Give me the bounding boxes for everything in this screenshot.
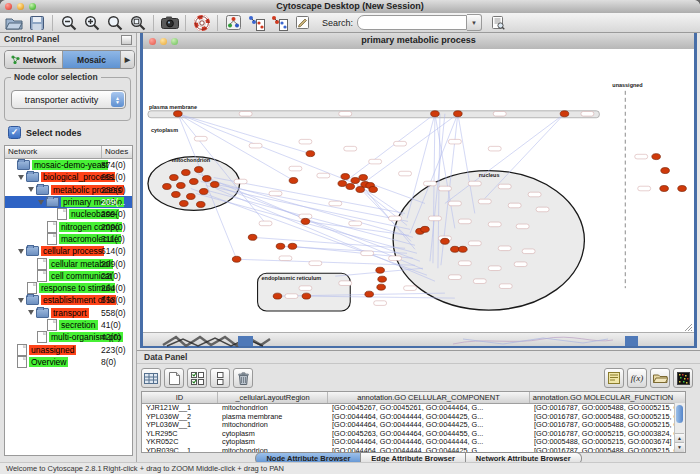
network-node[interactable]: [678, 186, 687, 192]
disclosure-triangle-icon[interactable]: [18, 175, 24, 180]
search-input[interactable]: [357, 15, 467, 30]
table-row[interactable]: YPL036W__2plasma membrane[GO:0044464, GO…: [142, 413, 685, 422]
network-node[interactable]: [421, 226, 430, 232]
tree-row[interactable]: biological_process651(0): [5, 171, 132, 183]
disclosure-triangle-icon[interactable]: [18, 249, 24, 254]
network-node[interactable]: [369, 187, 378, 193]
zoom-selected-icon[interactable]: [104, 14, 125, 32]
disclosure-triangle-icon[interactable]: [28, 187, 34, 192]
tree-row[interactable]: establishment of lo558(0): [5, 294, 132, 306]
network-node[interactable]: [660, 186, 669, 192]
tree-row[interactable]: unassigned223(0): [5, 343, 132, 355]
tree-row[interactable]: nucleobase-209(0): [5, 208, 132, 220]
network-node[interactable]: [202, 176, 211, 182]
matrix-view-icon[interactable]: [673, 368, 693, 388]
tab-mosaic[interactable]: Mosaic: [63, 51, 120, 68]
network-node[interactable]: [376, 267, 385, 273]
attribute-form-icon[interactable]: [604, 368, 624, 388]
network-node[interactable]: [273, 293, 282, 299]
table-cell[interactable]: cytoplasm: [218, 430, 328, 439]
network-node[interactable]: [378, 276, 387, 282]
save-session-icon[interactable]: [26, 14, 47, 32]
network-node[interactable]: [560, 111, 569, 117]
open-session-icon[interactable]: [3, 14, 24, 32]
table-row[interactable]: YPL036W__1mitochondrion[GO:0044464, GO:0…: [142, 421, 685, 430]
network-node[interactable]: [276, 243, 285, 249]
network-node[interactable]: [377, 284, 386, 290]
network-node[interactable]: [341, 174, 350, 180]
attribute-table-icon[interactable]: [141, 368, 161, 388]
tree-row[interactable]: multi-organism pro42(0): [5, 331, 132, 343]
network-edge[interactable]: [178, 114, 311, 154]
tree-row[interactable]: primary metabo209(...: [5, 196, 132, 208]
network-node[interactable]: [288, 243, 297, 249]
network-node[interactable]: [359, 175, 368, 181]
network-edge[interactable]: [237, 259, 415, 265]
network-node[interactable]: [431, 111, 440, 117]
table-column-header[interactable]: _cellularLayoutRegion: [218, 392, 328, 403]
network-node[interactable]: [652, 154, 661, 160]
tree-row[interactable]: cell communicat22(0): [5, 270, 132, 282]
paste-layout-icon[interactable]: [269, 14, 290, 32]
network-node[interactable]: [196, 201, 205, 207]
table-cell[interactable]: [GO:0045263, GO:0044464, GO:0044455, G..…: [328, 430, 530, 439]
snapshot-camera-icon[interactable]: [159, 14, 180, 32]
tree-row[interactable]: cellular metabol209(0): [5, 257, 132, 269]
select-attributes-icon[interactable]: [187, 368, 207, 388]
network-window-titlebar[interactable]: primary metabolic process: [143, 33, 694, 50]
network-node[interactable]: [172, 191, 181, 197]
import-attributes-icon[interactable]: [650, 368, 670, 388]
zoom-out-icon[interactable]: [58, 14, 79, 32]
table-row[interactable]: YLR295Ccytoplasm[GO:0045263, GO:0044464,…: [142, 430, 685, 439]
table-cell[interactable]: YPL036W__2: [142, 413, 218, 422]
network-node[interactable]: [248, 234, 257, 240]
tree-row[interactable]: metabolic process280(0): [5, 184, 132, 196]
tree-row[interactable]: response to stimulu264(0): [5, 282, 132, 294]
scroll-down-icon[interactable]: ▼: [675, 442, 684, 452]
zoom-fit-icon[interactable]: [127, 14, 148, 32]
network-node[interactable]: [210, 182, 219, 188]
copy-layout-icon[interactable]: [246, 14, 267, 32]
table-cell[interactable]: [GO:0045267, GO:0045261, GO:0044464, G..…: [328, 404, 530, 413]
network-node[interactable]: [163, 184, 172, 190]
table-cell[interactable]: [GO:0005488, GO:0005215, GO:0003674]: [530, 438, 676, 447]
unselect-attributes-icon[interactable]: [210, 368, 230, 388]
table-cell[interactable]: YKR052C: [142, 438, 218, 447]
network-canvas-svg[interactable]: plasma membranecytoplasmmitochondrionnuc…: [143, 49, 694, 332]
network-node[interactable]: [346, 184, 355, 190]
disclosure-triangle-icon[interactable]: [18, 298, 24, 303]
table-cell[interactable]: [GO:0044464, GO:0044444, GO:0044425, G..…: [328, 413, 530, 422]
table-row[interactable]: YKR052Ccytoplasm[GO:0044464, GO:0044446,…: [142, 438, 685, 447]
network-node[interactable]: [302, 293, 311, 299]
network-node[interactable]: [365, 291, 374, 297]
table-cell[interactable]: [GO:0044464, GO:0044444, GO:0044425, G..…: [328, 421, 530, 430]
network-node[interactable]: [194, 167, 203, 173]
network-node[interactable]: [306, 151, 315, 157]
network-node[interactable]: [441, 238, 450, 244]
network-node[interactable]: [180, 200, 189, 206]
table-cell[interactable]: YJR121W__1: [142, 404, 218, 413]
table-cell[interactable]: plasma membrane: [218, 413, 328, 422]
vizmapper-icon[interactable]: [223, 14, 244, 32]
tree-row[interactable]: nitrogen compo209(0): [5, 220, 132, 232]
table-row[interactable]: YJR121W__1mitochondrion[GO:0045267, GO:0…: [142, 404, 685, 413]
network-overview-strip[interactable]: [143, 332, 694, 346]
select-nodes-checkbox[interactable]: ✓: [8, 126, 21, 139]
table-column-header[interactable]: annotation.GO MOLECULAR_FUNCTION: [530, 392, 676, 403]
network-edge[interactable]: [370, 184, 425, 204]
tree-row[interactable]: transport558(0): [5, 307, 132, 319]
network-node[interactable]: [174, 111, 183, 117]
network-node[interactable]: [177, 183, 186, 189]
tab-network[interactable]: Network: [5, 51, 63, 68]
network-node[interactable]: [451, 246, 460, 252]
network-node[interactable]: [338, 181, 347, 187]
zoom-in-icon[interactable]: [81, 14, 102, 32]
tree-row[interactable]: cellular process614(0): [5, 245, 132, 257]
table-cell[interactable]: YPL036W__1: [142, 421, 218, 430]
search-dropdown-arrow[interactable]: ▼: [467, 14, 482, 31]
network-node[interactable]: [199, 189, 208, 195]
tree-row[interactable]: Overview8(0): [5, 356, 132, 368]
table-cell[interactable]: mitochondrion: [218, 404, 328, 413]
tree-row[interactable]: mosaic-demo-yeast874(0): [5, 159, 132, 171]
delete-attribute-trash-icon[interactable]: [233, 368, 253, 388]
